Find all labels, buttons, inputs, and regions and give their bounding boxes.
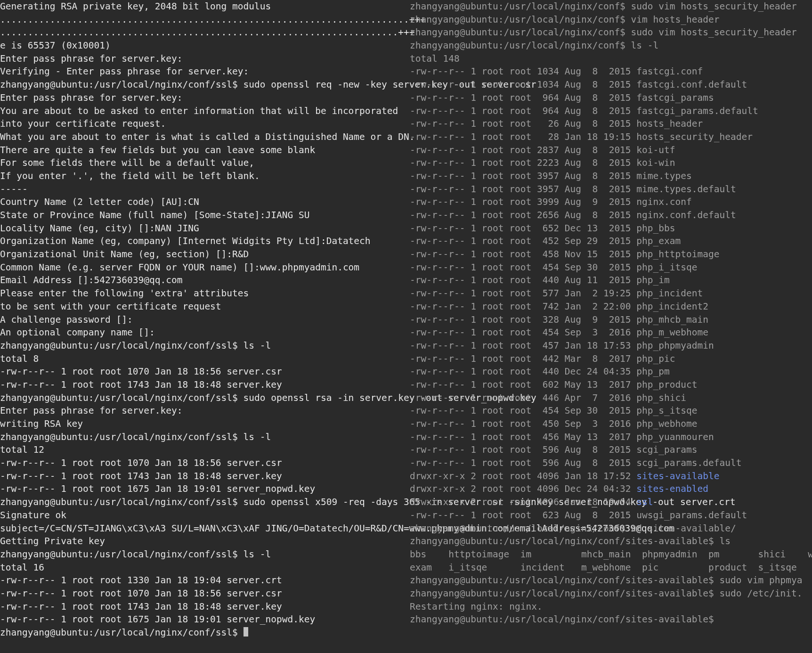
terminal-line: -rw-r--r-- 1 root root 454 Sep 30 2015 p… [410, 404, 812, 417]
terminal-line: -rw-r--r-- 1 root root 328 Aug 9 2015 ph… [410, 313, 812, 326]
terminal-line: An optional company name []: [0, 326, 410, 339]
terminal-line: zhangyang@ubuntu:/usr/local/nginx/conf/s… [0, 431, 410, 444]
terminal-line: Verifying - Enter pass phrase for server… [0, 65, 410, 78]
terminal-line: -rw-r--r-- 1 root root 1034 Aug 8 2015 f… [410, 78, 812, 91]
terminal-line: Enter pass phrase for server.key: [0, 404, 410, 417]
terminal-line: You are about to be asked to enter infor… [0, 105, 410, 118]
terminal-line: A challenge password []: [0, 313, 410, 326]
terminal-line: zhangyang@ubuntu:/usr/local/nginx/conf/s… [410, 535, 812, 548]
terminal-line: If you enter '.', the field will be left… [0, 170, 410, 183]
terminal-line: Country Name (2 letter code) [AU]:CN [0, 196, 410, 209]
terminal-line: total 12 [0, 443, 410, 457]
terminal-line: -rw-r--r-- 1 root root 1070 Jan 18 18:56… [0, 587, 410, 600]
terminal-line: zhangyang@ubuntu:/usr/local/nginx/conf$ … [410, 0, 812, 13]
terminal-line: zhangyang@ubuntu:/usr/local/nginx/conf/s… [0, 78, 410, 91]
terminal-line: -rw-r--r-- 1 root root 446 Apr 7 2016 ph… [410, 392, 812, 405]
terminal-line: For some fields there will be a default … [0, 156, 410, 170]
terminal-line: Getting Private key [0, 535, 410, 548]
terminal-line: -rw-r--r-- 1 root root 1675 Jan 18 19:01… [0, 482, 410, 496]
terminal-line: State or Province Name (full name) [Some… [0, 209, 410, 222]
terminal-line: zhangyang@ubuntu:/usr/local/nginx/conf/s… [0, 339, 410, 352]
terminal-line: bbs httptoimage im mhcb_main phpmyadmin … [410, 548, 812, 561]
cursor [244, 627, 248, 637]
terminal-line: What you are about to enter is what is c… [0, 131, 410, 144]
terminal-line: Signature ok [0, 509, 410, 522]
terminal-line: -rw-r--r-- 1 root root 1743 Jan 18 18:48… [0, 378, 410, 392]
terminal-line: Common Name (e.g. server FQDN or YOUR na… [0, 261, 410, 274]
terminal-line: zhangyang@ubuntu:/usr/local/nginx/conf$ … [410, 522, 812, 535]
terminal-line: -rw-r--r-- 1 root root 1330 Jan 18 19:04… [0, 574, 410, 587]
terminal-line: -rw-r--r-- 1 root root 623 Aug 8 2015 uw… [410, 509, 812, 522]
terminal-line: -rw-r--r-- 1 root root 442 Mar 8 2017 ph… [410, 352, 812, 366]
terminal-line: zhangyang@ubuntu:/usr/local/nginx/conf$ … [410, 39, 812, 52]
terminal-line: Organization Name (eg, company) [Interne… [0, 235, 410, 248]
terminal-line: -rw-r--r-- 1 root root 3957 Aug 8 2015 m… [410, 183, 812, 196]
terminal-line: Organizational Unit Name (eg, section) [… [0, 248, 410, 261]
terminal-line-dir: drwxr-xr-x 2 root root 4096 Jan 18 17:52… [410, 470, 812, 483]
terminal-line: subject=/C=CN/ST=JIANG\xC3\xA3 SU/L=NAN\… [0, 522, 410, 535]
terminal-line: zhangyang@ubuntu:/usr/local/nginx/conf/s… [0, 496, 410, 509]
terminal-line: -rw-r--r-- 1 root root 652 Dec 13 2015 p… [410, 222, 812, 235]
terminal-line: -rw-r--r-- 1 root root 964 Aug 8 2015 fa… [410, 91, 812, 105]
terminal-line-dir: drwxr-xr-x 2 root root 4096 Jan 18 19:04… [410, 496, 812, 509]
terminal-line: ----- [0, 183, 410, 196]
terminal-line: zhangyang@ubuntu:/usr/local/nginx/conf/s… [0, 548, 410, 561]
terminal-line: -rw-r--r-- 1 root root 2223 Aug 8 2015 k… [410, 156, 812, 170]
terminal-line: Enter pass phrase for server.key: [0, 52, 410, 65]
terminal-line: -rw-r--r-- 1 root root 1034 Aug 8 2015 f… [410, 65, 812, 78]
terminal-line: Please enter the following 'extra' attri… [0, 287, 410, 300]
terminal-line: -rw-r--r-- 1 root root 456 May 13 2017 p… [410, 431, 812, 444]
terminal-line: -rw-r--r-- 1 root root 964 Aug 8 2015 fa… [410, 105, 812, 118]
terminal-line: zhangyang@ubuntu:/usr/local/nginx/conf/s… [410, 613, 812, 626]
terminal-line: -rw-r--r-- 1 root root 596 Aug 8 2015 sc… [410, 443, 812, 457]
terminal-line: -rw-r--r-- 1 root root 452 Sep 29 2015 p… [410, 235, 812, 248]
terminal-line: total 8 [0, 352, 410, 366]
terminal-line: exam i_itsqe incident m_webhome pic prod… [410, 561, 812, 574]
terminal-line: -rw-r--r-- 1 root root 1675 Jan 18 19:01… [0, 613, 410, 626]
terminal-line: -rw-r--r-- 1 root root 1070 Jan 18 18:56… [0, 365, 410, 378]
terminal-line: ........................................… [0, 26, 410, 39]
terminal-line: Locality Name (eg, city) []:NAN JING [0, 222, 410, 235]
terminal-line: Restarting nginx: nginx. [410, 600, 812, 613]
terminal-line-dir: drwxr-xr-x 2 root root 4096 Dec 24 04:32… [410, 482, 812, 496]
terminal-line: zhangyang@ubuntu:/usr/local/nginx/conf$ … [410, 13, 812, 26]
terminal-line: zhangyang@ubuntu:/usr/local/nginx/conf/s… [0, 626, 410, 639]
terminal-line: zhangyang@ubuntu:/usr/local/nginx/conf/s… [410, 587, 812, 600]
terminal-line: -rw-r--r-- 1 root root 28 Jan 18 19:15 h… [410, 131, 812, 144]
terminal-line: -rw-r--r-- 1 root root 577 Jan 2 19:25 p… [410, 287, 812, 300]
terminal-line: -rw-r--r-- 1 root root 1743 Jan 18 18:48… [0, 470, 410, 483]
right-terminal[interactable]: zhangyang@ubuntu:/usr/local/nginx/conf$ … [410, 0, 812, 626]
terminal-line: total 148 [410, 52, 812, 65]
terminal-line: -rw-r--r-- 1 root root 1743 Jan 18 18:48… [0, 600, 410, 613]
left-terminal[interactable]: Generating RSA private key, 2048 bit lon… [0, 0, 410, 639]
terminal-line: -rw-r--r-- 1 root root 1070 Jan 18 18:56… [0, 457, 410, 470]
terminal-line: -rw-r--r-- 1 root root 454 Sep 3 2016 ph… [410, 326, 812, 339]
terminal-line: There are quite a few fields but you can… [0, 144, 410, 157]
terminal-line: into your certificate request. [0, 117, 410, 131]
terminal-line: ........................................… [0, 13, 410, 26]
terminal-line: Generating RSA private key, 2048 bit lon… [0, 0, 410, 13]
terminal-line: -rw-r--r-- 1 root root 596 Aug 8 2015 sc… [410, 457, 812, 470]
terminal-line: -rw-r--r-- 1 root root 602 May 13 2017 p… [410, 378, 812, 392]
terminal-line: -rw-r--r-- 1 root root 3957 Aug 8 2015 m… [410, 170, 812, 183]
terminal-line: -rw-r--r-- 1 root root 440 Dec 24 04:35 … [410, 365, 812, 378]
directory-name: ssl [636, 497, 653, 507]
terminal-line: -rw-r--r-- 1 root root 457 Jan 18 17:53 … [410, 339, 812, 352]
terminal-line: zhangyang@ubuntu:/usr/local/nginx/conf/s… [410, 574, 812, 587]
terminal-line: -rw-r--r-- 1 root root 458 Nov 15 2015 p… [410, 248, 812, 261]
terminal-line: Enter pass phrase for server.key: [0, 91, 410, 105]
directory-name: sites-available [636, 471, 719, 482]
terminal-line: writing RSA key [0, 417, 410, 431]
terminal-line: -rw-r--r-- 1 root root 26 Aug 8 2015 hos… [410, 117, 812, 131]
terminal-line: e is 65537 (0x10001) [0, 39, 410, 52]
terminal-line: to be sent with your certificate request [0, 300, 410, 313]
terminal-line: Email Address []:542736039@qq.com [0, 274, 410, 287]
terminal-line: -rw-r--r-- 1 root root 742 Jan 2 22:00 p… [410, 300, 812, 313]
terminal-line: -rw-r--r-- 1 root root 450 Sep 3 2016 ph… [410, 417, 812, 431]
terminal-line: -rw-r--r-- 1 root root 454 Sep 30 2015 p… [410, 261, 812, 274]
terminal-line: -rw-r--r-- 1 root root 2656 Aug 8 2015 n… [410, 209, 812, 222]
directory-name: sites-enabled [636, 483, 708, 494]
terminal-line: -rw-r--r-- 1 root root 3999 Aug 9 2015 n… [410, 196, 812, 209]
terminal-line: -rw-r--r-- 1 root root 2837 Aug 8 2015 k… [410, 144, 812, 157]
terminal-line: zhangyang@ubuntu:/usr/local/nginx/conf/s… [0, 392, 410, 405]
